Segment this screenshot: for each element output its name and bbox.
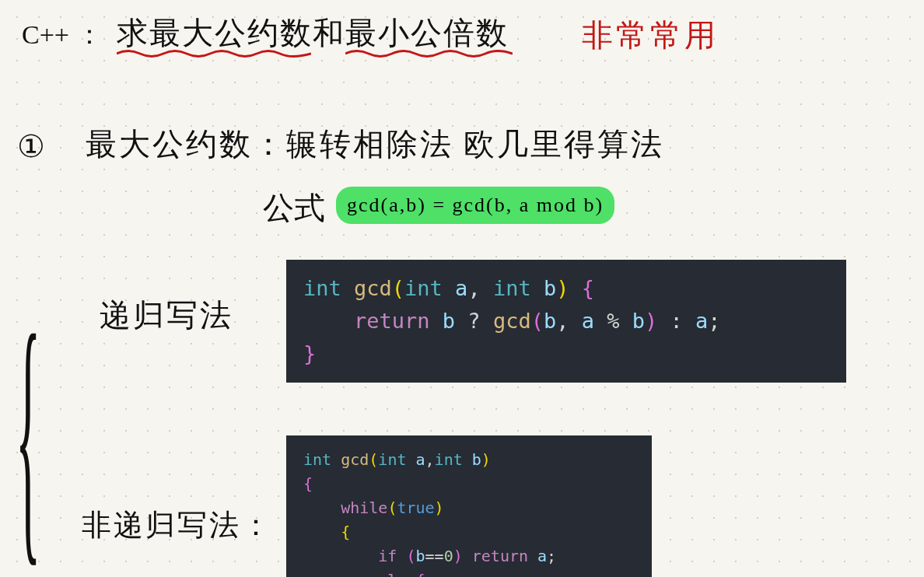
section-heading: 最大公约数：辗转相除法 欧几里得算法 [86, 123, 664, 166]
code-nonrecursive: int gcd(int a,int b) { while(true) { if … [286, 435, 652, 577]
title-prefix: C++ ： [22, 17, 103, 53]
formula-text: gcd(a,b) = gcd(b, a mod b) [347, 194, 604, 217]
formula-label: 公式 [263, 187, 325, 229]
code-recursive: int gcd(int a, int b) { return b ? gcd(b… [286, 260, 846, 383]
label-recursive: 递归写法 [100, 294, 233, 337]
brace-large: { [16, 272, 40, 577]
formula-highlight: gcd(a,b) = gcd(b, a mod b) [336, 187, 614, 224]
underline-1 [117, 48, 311, 59]
underline-2 [345, 48, 513, 59]
title-aside: 非常常用 [582, 14, 719, 57]
label-nonrecursive: 非递归写法： [82, 505, 273, 545]
section-marker: ① [17, 128, 45, 165]
title-connector: 和 [313, 12, 344, 54]
